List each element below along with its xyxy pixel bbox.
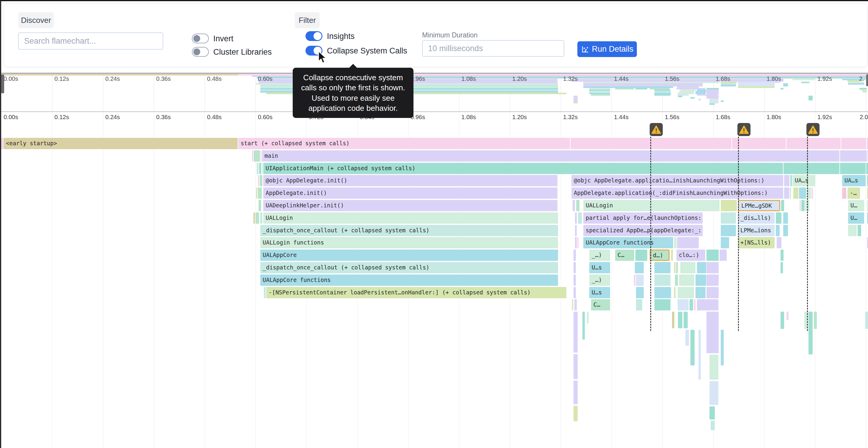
flame-bar[interactable]	[574, 249, 576, 261]
flame-bar[interactable]	[776, 225, 780, 236]
run-details-button[interactable]: Run Details	[578, 41, 637, 57]
flame-bar[interactable]	[654, 275, 671, 286]
flame-bar[interactable]: U…s	[589, 287, 610, 298]
flame-bar[interactable]	[811, 187, 813, 199]
flame-bar[interactable]	[780, 262, 783, 273]
flame-bar[interactable]: UALAppCore	[260, 249, 558, 261]
flame-bar[interactable]: _dispatch_once_callout (+ collapsed syst…	[260, 262, 558, 273]
flame-bar[interactable]	[676, 262, 678, 273]
flame-bar[interactable]	[689, 299, 693, 310]
flame-bar[interactable]: U…s	[589, 262, 610, 273]
flame-bar[interactable]: UA…s	[842, 175, 866, 186]
flame-bar[interactable]	[574, 262, 576, 273]
flame-bar[interactable]: _dispatch_once_callout (+ collapsed syst…	[260, 225, 558, 236]
flame-bar[interactable]	[654, 262, 671, 273]
flame-bar[interactable]	[636, 299, 642, 310]
flame-bar[interactable]: main	[262, 150, 839, 162]
flame-bar[interactable]: AppDelegate.init()	[263, 187, 557, 199]
flame-bar[interactable]: specialized AppDe…p(appDelegate:_:)	[583, 225, 703, 236]
flame-bar[interactable]	[575, 299, 577, 310]
flame-bar[interactable]	[707, 262, 719, 273]
flame-bar[interactable]	[719, 249, 727, 261]
flame-bar[interactable]	[780, 249, 783, 261]
flame-bar[interactable]	[575, 212, 577, 224]
flame-column-segment[interactable]	[808, 312, 813, 354]
flame-column-segment[interactable]	[709, 355, 718, 380]
flame-bar[interactable]: UADeeplinkHelper.init()	[263, 200, 557, 211]
discover-button[interactable]: Discover	[18, 12, 54, 28]
flame-bar[interactable]	[671, 249, 673, 261]
flame-bar[interactable]	[783, 212, 788, 224]
flame-bar[interactable]: d…)	[650, 249, 670, 261]
flame-bar[interactable]	[678, 299, 689, 310]
flame-bar[interactable]	[680, 262, 695, 273]
flame-bar[interactable]: UALLogin functions	[260, 237, 558, 248]
flame-column-segment[interactable]	[574, 381, 578, 404]
minimum-duration-input[interactable]: 10 milliseconds	[422, 40, 564, 57]
flame-bar[interactable]: C…	[591, 299, 610, 310]
flame-bar[interactable]: UALAppCore functions	[260, 275, 558, 286]
flame-bar[interactable]	[574, 275, 576, 286]
flame-bar[interactable]	[574, 287, 576, 298]
flame-bar[interactable]	[262, 163, 263, 174]
flame-bar[interactable]	[867, 138, 868, 149]
flame-bar[interactable]	[784, 175, 789, 186]
flame-column-segment[interactable]	[707, 312, 719, 353]
flame-bar[interactable]	[258, 175, 259, 186]
flame-bar[interactable]	[801, 200, 805, 211]
flame-bar[interactable]: LPMe…ions	[738, 225, 775, 236]
flame-bar[interactable]: UA…s	[793, 175, 815, 186]
flame-bar[interactable]	[253, 212, 255, 224]
flame-bar[interactable]	[677, 237, 699, 248]
flame-bar[interactable]	[578, 237, 579, 248]
flame-bar[interactable]	[654, 287, 671, 298]
flame-bar[interactable]: UALLogin	[583, 200, 719, 211]
flame-bar[interactable]	[258, 200, 261, 211]
flame-bar[interactable]	[260, 150, 261, 162]
flame-column-segment[interactable]	[685, 330, 689, 346]
flame-bar[interactable]	[674, 237, 676, 248]
flame-bar[interactable]: U…	[848, 212, 864, 224]
flame-bar[interactable]	[786, 138, 841, 149]
flame-bar[interactable]: @objc AppDelegate.init()	[263, 175, 557, 186]
warning-icon[interactable]	[650, 123, 663, 136]
flame-bar[interactable]: _…)	[589, 249, 610, 261]
flame-bar[interactable]	[1, 138, 3, 149]
search-input[interactable]: Search flamechart...	[18, 32, 163, 49]
flame-bar[interactable]: <early startup>	[4, 138, 238, 149]
flame-bar[interactable]: UIApplicationMain (+ collapsed system ca…	[263, 163, 783, 174]
flame-bar[interactable]	[783, 225, 788, 236]
flame-bar[interactable]	[264, 287, 266, 298]
flame-column-segment[interactable]	[574, 354, 578, 379]
flame-bar[interactable]	[695, 275, 706, 286]
flame-column-segment[interactable]	[721, 330, 724, 366]
flame-bar[interactable]: _dis…lls)	[738, 212, 775, 224]
flame-bar[interactable]	[840, 163, 866, 174]
flame-bar[interactable]	[257, 163, 258, 174]
flame-bar[interactable]	[636, 287, 644, 298]
flame-bar[interactable]	[784, 187, 789, 199]
flame-bar[interactable]	[721, 200, 737, 211]
flame-bar[interactable]: AppDelegate.application(_:didFinishLaunc…	[571, 187, 783, 199]
flame-column-segment[interactable]	[709, 381, 718, 405]
flame-column-segment[interactable]	[574, 312, 578, 353]
flame-column-segment[interactable]	[587, 312, 589, 323]
warning-icon[interactable]	[737, 123, 750, 136]
insights-toggle[interactable]	[306, 31, 322, 41]
flame-bar[interactable]	[256, 187, 257, 199]
cluster-libraries-toggle[interactable]	[192, 47, 209, 57]
invert-toggle[interactable]	[192, 34, 209, 43]
flame-bar[interactable]	[694, 299, 695, 310]
flame-bar[interactable]	[654, 299, 671, 310]
flame-bar[interactable]	[578, 212, 582, 224]
flame-bar[interactable]	[707, 249, 719, 261]
flame-bar[interactable]	[790, 187, 791, 199]
minimap-drag-handle[interactable]	[866, 74, 868, 86]
flame-bar[interactable]	[675, 275, 678, 286]
flame-bar[interactable]	[678, 287, 694, 298]
flame-column-segment[interactable]	[709, 406, 715, 419]
flame-bar[interactable]: +[NS…lls)	[738, 237, 775, 248]
flame-bar[interactable]	[793, 187, 798, 199]
flame-bar[interactable]	[575, 225, 577, 236]
flame-bar[interactable]	[259, 163, 261, 174]
